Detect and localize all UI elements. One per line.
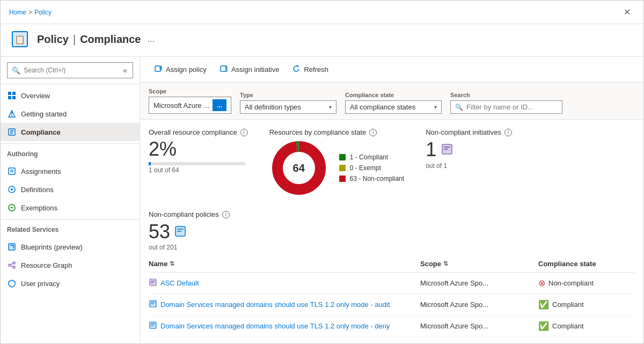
svg-point-24 xyxy=(13,266,15,268)
close-button[interactable]: ✕ xyxy=(619,5,635,19)
row3-name-link[interactable]: Domain Services managed domains should u… xyxy=(160,322,390,330)
col-name-header[interactable]: Name ⇅ xyxy=(149,260,420,268)
assign-initiative-label: Assign initiative xyxy=(231,65,280,74)
policies-table: Name ⇅ Scope ⇅ Compliance state xyxy=(149,255,635,337)
donut-section: 64 1 - Compliant 0 - Exempt xyxy=(269,138,404,197)
policies-icon xyxy=(174,225,186,239)
donut-chart: 64 xyxy=(269,138,328,197)
breadcrumb-separator: > xyxy=(28,9,32,16)
col-scope-header[interactable]: Scope ⇅ xyxy=(420,260,538,268)
row3-icon xyxy=(149,321,157,331)
scope-input[interactable]: Microsoft Azure ... ... xyxy=(149,97,231,114)
col-name-sort-icon: ⇅ xyxy=(170,260,174,267)
donut-chart-card: Resources by compliance state i xyxy=(269,128,404,197)
row2-icon xyxy=(149,299,157,310)
search-icon: 🔍 xyxy=(12,67,20,75)
ellipsis-button[interactable]: ... xyxy=(147,34,154,44)
main-nav: Overview Getting started Compliance xyxy=(1,84,140,143)
row1-icon xyxy=(149,278,157,288)
user-privacy-icon xyxy=(7,279,17,288)
top-bar: Home > Policy ✕ xyxy=(1,1,643,24)
assign-initiative-button[interactable]: Assign initiative xyxy=(214,61,285,78)
row1-status-value: Non-compliant xyxy=(548,279,594,287)
compliance-state-dropdown[interactable]: All compliance states ▾ xyxy=(345,100,442,114)
refresh-icon xyxy=(292,64,301,75)
svg-rect-43 xyxy=(151,281,155,282)
sidebar-search-input[interactable] xyxy=(24,67,119,74)
getting-started-icon xyxy=(7,109,17,119)
legend-compliant-label: 1 - Compliant xyxy=(350,153,388,161)
row3-name-cell: Domain Services managed domains should u… xyxy=(149,321,420,331)
donut-legend: 1 - Compliant 0 - Exempt 63 - Non-compli… xyxy=(339,153,404,182)
legend-compliant: 1 - Compliant xyxy=(339,153,404,161)
scope-label: Scope xyxy=(149,88,231,94)
col-status-header: Compliance state xyxy=(538,260,635,268)
scope-more-button[interactable]: ... xyxy=(213,99,226,111)
row3-status-cell: ✅ Compliant xyxy=(538,321,635,331)
svg-rect-20 xyxy=(9,244,15,250)
policies-title: Non-compliant policies i xyxy=(149,210,635,218)
sidebar-item-label-user-privacy: User privacy xyxy=(21,280,60,288)
row2-status-icon: ✅ xyxy=(538,299,549,310)
sidebar-item-assignments[interactable]: Assignments xyxy=(1,162,140,180)
initiatives-num: 1 xyxy=(426,138,436,161)
col-scope-sort-icon: ⇅ xyxy=(443,260,448,267)
initiatives-title: Non-compliant initiatives i xyxy=(426,128,512,136)
search-filter-input-wrapper[interactable]: 🔍 xyxy=(450,100,562,114)
row2-name-cell: Domain Services managed domains should u… xyxy=(149,299,420,310)
legend-noncompliant-dot xyxy=(339,175,346,182)
resource-graph-icon xyxy=(7,260,17,270)
sidebar-search-wrapper[interactable]: 🔍 « xyxy=(7,62,133,78)
sidebar-search-box: 🔍 « xyxy=(1,57,140,84)
breadcrumb-home[interactable]: Home xyxy=(9,9,26,16)
refresh-button[interactable]: Refresh xyxy=(287,61,334,78)
sidebar-item-exemptions[interactable]: Exemptions xyxy=(1,199,140,217)
policies-section: Non-compliant policies i 53 out of 201 xyxy=(149,210,635,251)
row1-status-icon: ⊗ xyxy=(538,278,545,288)
svg-rect-3 xyxy=(8,92,11,95)
initiatives-info-icon[interactable]: i xyxy=(504,129,512,136)
overall-compliance-info-icon[interactable]: i xyxy=(240,129,248,136)
search-filter-label: Search xyxy=(450,92,562,98)
sidebar-item-definitions[interactable]: Definitions xyxy=(1,180,140,199)
row3-status-icon: ✅ xyxy=(538,321,549,331)
content-area: Assign policy Assign initiative Refresh xyxy=(140,57,643,343)
compliance-state-label: Compliance state xyxy=(345,92,442,98)
row1-scope-value: Microsoft Azure Spo... xyxy=(420,279,488,287)
breadcrumb-policy[interactable]: Policy xyxy=(34,9,52,16)
collapse-sidebar-button[interactable]: « xyxy=(122,65,128,76)
related-section-header: Related Services xyxy=(1,219,140,236)
assign-policy-button[interactable]: Assign policy xyxy=(149,61,212,78)
page-title: Policy xyxy=(37,33,69,46)
chevron-down-icon2: ▾ xyxy=(434,104,437,110)
compliance-state-filter: Compliance state All compliance states ▾ xyxy=(345,92,442,114)
sidebar-item-label-exemptions: Exemptions xyxy=(21,204,57,212)
sidebar-item-label-getting-started: Getting started xyxy=(21,110,67,118)
policies-num: 53 xyxy=(149,221,170,243)
sidebar-item-compliance[interactable]: Compliance xyxy=(1,123,140,141)
row2-name-link[interactable]: Domain Services managed domains should u… xyxy=(160,301,390,309)
search-filter-input[interactable] xyxy=(466,103,558,111)
sidebar-item-user-privacy[interactable]: User privacy xyxy=(1,274,140,292)
legend-exempt-label: 0 - Exempt xyxy=(350,164,381,172)
policies-info-icon[interactable]: i xyxy=(222,211,230,218)
sidebar: 🔍 « Overview Getting started xyxy=(1,57,140,343)
type-dropdown[interactable]: All definition types ▾ xyxy=(240,100,336,114)
initiatives-card: Non-compliant initiatives i 1 out of 1 xyxy=(426,128,512,170)
main-layout: 🔍 « Overview Getting started xyxy=(1,57,643,343)
sidebar-item-overview[interactable]: Overview xyxy=(1,86,140,105)
sidebar-item-resource-graph[interactable]: Resource Graph xyxy=(1,256,140,274)
sidebar-item-blueprints[interactable]: Blueprints (preview) xyxy=(1,238,140,256)
compliance-icon xyxy=(7,127,17,137)
svg-point-22 xyxy=(9,264,11,266)
svg-point-8 xyxy=(11,115,12,116)
type-label: Type xyxy=(240,92,336,98)
svg-point-23 xyxy=(13,262,15,264)
row1-name-link[interactable]: ASC Default xyxy=(160,279,199,287)
sidebar-item-getting-started[interactable]: Getting started xyxy=(1,105,140,123)
donut-info-icon[interactable]: i xyxy=(369,129,377,136)
donut-center-value: 64 xyxy=(293,162,305,174)
exemptions-icon xyxy=(7,203,17,213)
overall-progress-bar xyxy=(149,162,245,165)
svg-line-25 xyxy=(11,264,13,265)
